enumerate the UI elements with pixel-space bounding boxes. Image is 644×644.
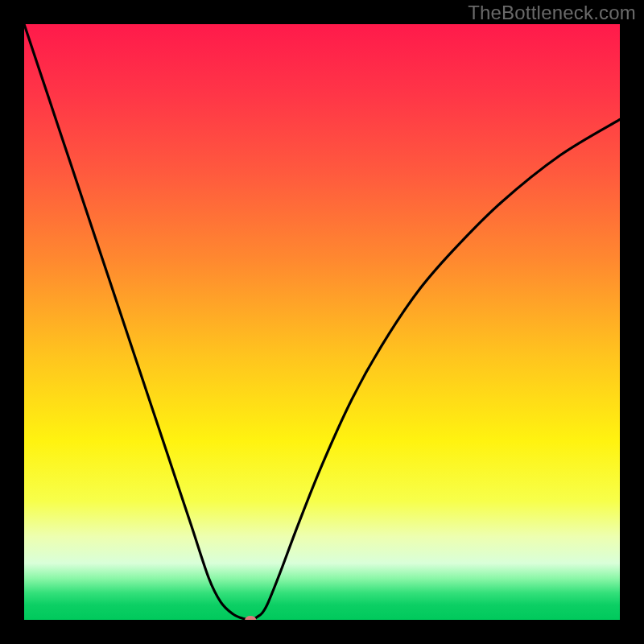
plot-area [24, 24, 620, 620]
watermark-text: TheBottleneck.com [468, 2, 636, 24]
gradient-background [24, 24, 620, 620]
chart-frame: TheBottleneck.com [0, 0, 644, 644]
plot-svg [24, 24, 620, 620]
